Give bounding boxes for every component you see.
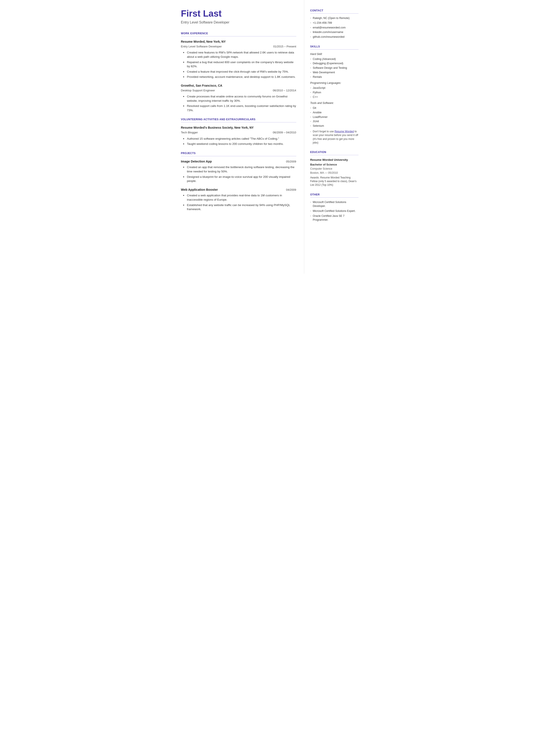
prog-lang-3: C++: [310, 95, 358, 99]
rw-note: Don't forget to use Resume Worded to sca…: [310, 130, 358, 145]
project-1: Image Detection App 05/2009 Created an a…: [181, 159, 296, 183]
rw-link[interactable]: Resume Worded: [335, 130, 354, 133]
job-2-company: Growthsi, San Francisco, CA: [181, 83, 222, 88]
project-1-header: Image Detection App 05/2009: [181, 159, 296, 164]
other-item-3: Oracle Certified Java SE 7 Programmer.: [310, 214, 358, 222]
vol-1-company: Resume Worded's Business Society, New Yo…: [181, 126, 254, 130]
job-1-bullet-1: Created new features to RW's SPA network…: [183, 50, 296, 59]
project-2: Web Application Booster 04/2009 Created …: [181, 187, 296, 211]
job-2-bullets: Create processes that enable online acce…: [181, 95, 296, 112]
hard-skills-list: Coding (Advanced) Debugging (Experienced…: [310, 57, 358, 79]
projects-header: PROJECTS: [181, 151, 296, 156]
contact-section: CONTACT Raleigh, NC (Open to Remote) +1-…: [310, 9, 358, 39]
skills-section: SKILLS Hard Skill: Coding (Advanced) Deb…: [310, 44, 358, 145]
prog-lang-2: Python: [310, 91, 358, 95]
contact-list: Raleigh, NC (Open to Remote) +1-234-456-…: [310, 16, 358, 39]
tools-list: Git Ansible LoadRunner JUnit Selenium: [310, 106, 358, 128]
contact-github: github.com/resumeworded: [310, 35, 358, 39]
name: First Last: [181, 9, 296, 18]
job-1-title: Entry Level Software Developer: [181, 44, 222, 49]
contact-email: email@resumeworded.com: [310, 26, 358, 30]
edu-field: Computer Science: [310, 167, 358, 171]
education-header: EDUCATION: [310, 150, 358, 155]
project-2-name: Web Application Booster: [181, 187, 218, 192]
title: Entry Level Software Developer: [181, 20, 296, 25]
job-1-title-row: Entry Level Software Developer 01/2015 –…: [181, 44, 296, 49]
job-1-date: 01/2015 – Present: [273, 44, 296, 49]
vol-1-bullet-2: Taught weekend coding lessons to 200 com…: [183, 142, 296, 146]
volunteering-1: Resume Worded's Business Society, New Yo…: [181, 126, 296, 146]
tools-label: Tools and Software:: [310, 101, 358, 105]
hard-skill-3: Software Design and Testing: [310, 66, 358, 70]
project-1-name: Image Detection App: [181, 159, 212, 164]
job-1-company: Resume Worded, New York, NY: [181, 40, 226, 44]
other-section: OTHER Microsoft Certified Solutions Deve…: [310, 193, 358, 222]
prog-langs-list: JavaScript Python C++: [310, 86, 358, 99]
vol-1-header: Resume Worded's Business Society, New Yo…: [181, 126, 296, 130]
tool-2: Ansible: [310, 111, 358, 115]
job-2-date: 06/2010 – 12/2014: [273, 88, 296, 93]
contact-linkedin: linkedin.com/in/username: [310, 30, 358, 34]
project-2-bullets: Created a web application that provides …: [181, 193, 296, 211]
tool-3: LoadRunner: [310, 115, 358, 119]
vol-1-title: Tech Blogger: [181, 130, 198, 135]
job-1: Resume Worded, New York, NY Entry Level …: [181, 40, 296, 79]
volunteering-header: VOLUNTEERING ACTIVITIES AND EXTRACURRICU…: [181, 118, 296, 123]
vol-1-bullets: Authored 15 software engineering article…: [181, 137, 296, 146]
vol-1-date: 06/2009 – 04/2010: [273, 130, 296, 135]
prog-lang-1: JavaScript: [310, 86, 358, 90]
hard-skill-label: Hard Skill:: [310, 52, 358, 56]
edu-university: Resume Worded University: [310, 158, 358, 162]
project-2-bullet-1: Created a web application that provides …: [183, 193, 296, 202]
right-column: CONTACT Raleigh, NC (Open to Remote) +1-…: [304, 0, 365, 274]
project-1-date: 05/2009: [286, 159, 296, 164]
job-1-bullets: Created new features to RW's SPA network…: [181, 50, 296, 79]
edu-awards: Awards: Resume Worded Teaching Fellow (o…: [310, 176, 358, 187]
project-2-date: 04/2009: [286, 188, 296, 192]
job-2-title-row: Desktop Support Engineer 06/2010 – 12/20…: [181, 88, 296, 93]
left-column: First Last Entry Level Software Develope…: [171, 0, 304, 274]
edu-degree: Bachelor of Science: [310, 162, 358, 167]
edu-date: Boston, MA — 05/2010: [310, 171, 358, 175]
other-item-2: Microsoft Certified Solutions Expert.: [310, 209, 358, 213]
job-2-bullet-2: Resolved support calls from 1.1K end-use…: [183, 104, 296, 112]
prog-lang-label: Programming Languages:: [310, 81, 358, 85]
hard-skill-1: Coding (Advanced): [310, 57, 358, 61]
project-1-bullets: Created an app that removed the bottlene…: [181, 165, 296, 183]
tool-4: JUnit: [310, 119, 358, 124]
hard-skill-2: Debugging (Experienced): [310, 61, 358, 66]
job-2-bullet-1: Create processes that enable online acce…: [183, 95, 296, 103]
project-2-bullet-2: Established that any website traffic can…: [183, 203, 296, 211]
vol-1-bullet-1: Authored 15 software engineering article…: [183, 137, 296, 141]
vol-1-title-row: Tech Blogger 06/2009 – 04/2010: [181, 130, 296, 135]
project-1-bullet-1: Created an app that removed the bottlene…: [183, 165, 296, 174]
contact-header: CONTACT: [310, 9, 358, 14]
job-2: Growthsi, San Francisco, CA Desktop Supp…: [181, 83, 296, 113]
job-2-header: Growthsi, San Francisco, CA: [181, 83, 296, 88]
job-1-header: Resume Worded, New York, NY: [181, 40, 296, 44]
tool-1: Git: [310, 106, 358, 110]
tool-5: Selenium: [310, 124, 358, 128]
contact-phone: +1-234-456-789: [310, 21, 358, 25]
job-2-title: Desktop Support Engineer: [181, 88, 215, 93]
other-item-1: Microsoft Certified Solutions Developer.: [310, 200, 358, 208]
work-experience-header: WORK EXPERIENCE: [181, 32, 296, 37]
education-section: EDUCATION Resume Worded University Bache…: [310, 150, 358, 187]
hard-skill-4: Web Development: [310, 70, 358, 74]
other-list: Microsoft Certified Solutions Developer.…: [310, 200, 358, 222]
contact-location: Raleigh, NC (Open to Remote): [310, 16, 358, 20]
other-header: OTHER: [310, 193, 358, 198]
project-1-bullet-2: Designed a blueprint for an image-to-voi…: [183, 175, 296, 183]
skills-header: SKILLS: [310, 44, 358, 49]
job-1-bullet-3: Created a feature that improved the clic…: [183, 70, 296, 74]
job-1-bullet-4: Provided networking, account maintenance…: [183, 75, 296, 79]
resume-page: First Last Entry Level Software Develope…: [171, 0, 365, 274]
project-2-header: Web Application Booster 04/2009: [181, 187, 296, 192]
job-1-bullet-2: Repaired a bug that reduced 800 user com…: [183, 60, 296, 69]
hard-skill-5: Rentals: [310, 75, 358, 79]
